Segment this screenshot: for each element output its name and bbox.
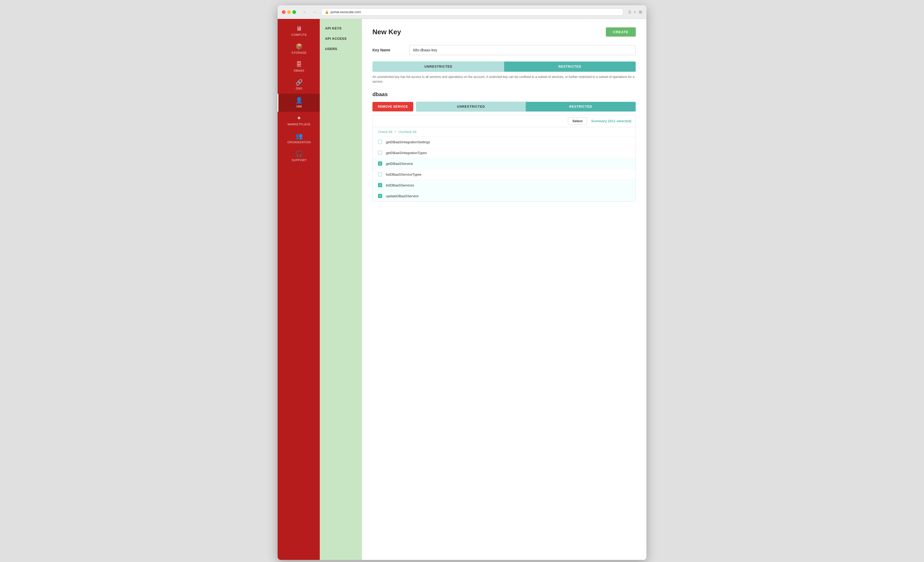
service-header: REMOVE SERVICE UNRESTRICTED RESTRICTED [372,102,636,112]
maximize-button[interactable] [292,10,296,14]
operation-label-1: getDBaaSIntegrationSettings [386,140,430,144]
key-name-input[interactable] [410,45,636,55]
dot-separator: • [395,130,396,134]
operations-panel: Select Summary (3/11 selected) Check All… [372,115,636,201]
organization-icon: 👥 [296,133,303,139]
sidebar-label-dbaas: DBAAS [294,69,304,72]
operation-checkbox-3[interactable] [378,162,382,166]
operation-label-5: listDBaaSServices [386,183,414,187]
page-header: New Key CREATE [372,27,636,37]
access-type-description: An unrestricted key has full access to a… [372,75,636,84]
operation-item: getDBaaSIntegrationTypes [373,147,636,158]
sidebar-label-dns: DNS [296,87,302,90]
sidebar-item-iam[interactable]: 👤 IAM [278,94,320,112]
check-all-row: Check All • Uncheck All [373,127,636,137]
sub-navigation: API KEYS API ACCESS USERS [320,19,362,560]
main-content: New Key CREATE Key Name UNRESTRICTED RES… [362,19,646,560]
sidebar: 🖥 COMPUTE 📦 STORAGE 🗄 DBAAS 🔗 DNS 👤 IAM … [278,19,320,560]
sidebar-item-marketplace[interactable]: ✦ MARKETPLACE [278,112,320,130]
sidebar-label-storage: STORAGE [292,51,307,54]
browser-actions: ⎙ + ⊞ [628,9,642,15]
share-button[interactable]: ⎙ [628,9,631,15]
operation-label-3: getDBaaSService [386,162,413,166]
operation-checkbox-1[interactable] [378,140,382,144]
storage-icon: 📦 [296,44,303,49]
app-body: 🖥 COMPUTE 📦 STORAGE 🗄 DBAAS 🔗 DNS 👤 IAM … [278,19,646,560]
sidebar-item-compute[interactable]: 🖥 COMPUTE [278,22,320,40]
sidebar-item-dns[interactable]: 🔗 DNS [278,76,320,94]
operation-item: listDBaaSServices [373,180,636,191]
restricted-toggle-btn[interactable]: RESTRICTED [504,61,636,72]
service-section-title: dbaas [372,91,636,97]
key-name-row: Key Name [372,45,636,55]
minimize-button[interactable] [287,10,291,14]
operation-checkbox-5[interactable] [378,183,382,187]
operation-item: getDBaaSService [373,158,636,169]
key-name-label: Key Name [372,48,410,52]
sub-nav-api-keys[interactable]: API KEYS [320,23,362,33]
close-button[interactable] [282,10,285,14]
select-button[interactable]: Select [568,117,587,125]
operation-item: listDBaaSServiceTypes [373,169,636,180]
sidebar-label-support: SUPPORT [292,159,306,162]
service-unrestricted-btn[interactable]: UNRESTRICTED [416,102,526,111]
marketplace-icon: ✦ [297,115,302,121]
operation-label-4: listDBaaSServiceTypes [386,172,422,177]
operation-item: updateDBaaSService [373,191,636,201]
lock-icon: 🔒 [325,10,329,14]
unrestricted-toggle-btn[interactable]: UNRESTRICTED [373,61,504,72]
dns-icon: 🔗 [296,79,303,85]
operation-checkbox-4[interactable] [378,172,382,177]
summary-link[interactable]: Summary (3/11 selected) [591,119,632,123]
operation-checkbox-2[interactable] [378,151,382,155]
operation-label-2: getDBaaSIntegrationTypes [386,151,427,155]
traffic-lights [282,10,296,14]
dbaas-icon: 🗄 [296,61,302,67]
support-icon: 🎧 [296,151,303,157]
browser-titlebar: ← → 🔒 portal.exoscale.com ⎙ + ⊞ [278,5,646,19]
check-all-link[interactable]: Check All [378,130,392,134]
sidebar-label-compute: COMPUTE [291,33,307,36]
compute-icon: 🖥 [296,26,302,31]
url-text: portal.exoscale.com [331,10,361,14]
iam-icon: 👤 [296,97,303,103]
new-tab-button[interactable]: + [634,9,636,15]
service-toggle: UNRESTRICTED RESTRICTED [416,102,636,112]
sub-nav-api-access[interactable]: API ACCESS [320,33,362,44]
address-bar[interactable]: 🔒 portal.exoscale.com [321,8,623,15]
sidebar-label-iam: IAM [296,105,302,108]
remove-service-button[interactable]: REMOVE SERVICE [372,102,413,111]
create-button[interactable]: CREATE [606,27,636,37]
sidebar-item-organization[interactable]: 👥 ORGANIZATION [278,130,320,147]
access-type-toggle: UNRESTRICTED RESTRICTED [372,61,636,72]
sidebar-label-marketplace: MARKETPLACE [288,123,310,126]
operation-checkbox-6[interactable] [378,194,382,198]
forward-button[interactable]: → [311,9,318,15]
operation-item: getDBaaSIntegrationSettings [373,137,636,147]
uncheck-all-link[interactable]: Uncheck All [399,130,416,134]
operation-label-6: updateDBaaSService [386,194,418,198]
sidebar-item-dbaas[interactable]: 🗄 DBAAS [278,58,320,76]
sidebar-item-storage[interactable]: 📦 STORAGE [278,40,320,58]
sidebar-label-organization: ORGANIZATION [287,141,311,144]
page-title: New Key [372,28,401,36]
tabs-button[interactable]: ⊞ [639,9,642,15]
access-type-toggle-row: UNRESTRICTED RESTRICTED An unrestricted … [372,61,636,84]
browser-navigation: ← → [302,9,318,15]
back-button[interactable]: ← [302,9,309,15]
operations-toolbar: Select Summary (3/11 selected) [373,115,636,127]
sub-nav-users[interactable]: USERS [320,44,362,54]
sidebar-item-support[interactable]: 🎧 SUPPORT [278,147,320,165]
service-restricted-btn[interactable]: RESTRICTED [526,102,636,111]
operations-list: getDBaaSIntegrationSettings getDBaaSInte… [373,137,636,201]
